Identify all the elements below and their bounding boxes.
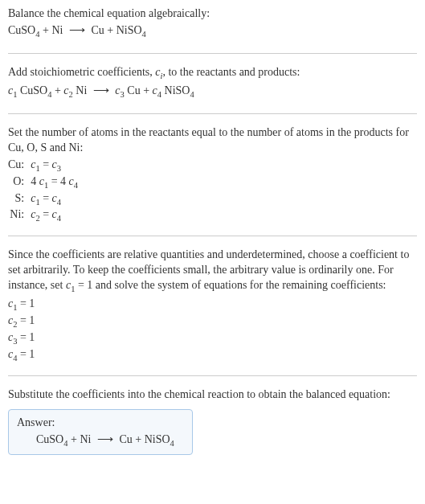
- atom-equations-table: Cu: c1 = c3 O: 4 c1 = 4 c4 S: c1 = c4 Ni…: [8, 158, 83, 225]
- unbalanced-equation: CuSO4 + Ni ⟶ Cu + NiSO4: [8, 23, 417, 40]
- substitute-instruction: Substitute the coefficients into the che…: [8, 387, 417, 403]
- add-coef-instruction: Add stoichiometric coefficients, ci, to …: [8, 65, 417, 82]
- arrow-icon: ⟶: [93, 84, 109, 99]
- reactant-1: CuSO4: [8, 24, 39, 36]
- table-row: S: c1 = c4: [8, 191, 83, 208]
- arrow-icon: ⟶: [69, 23, 85, 39]
- solve-instruction: Since the coefficients are relative quan…: [8, 248, 417, 295]
- section-problem: Balance the chemical equation algebraica…: [8, 6, 417, 54]
- table-row: O: 4 c1 = 4 c4: [8, 174, 83, 191]
- section-atom-balance: Set the number of atoms in the reactants…: [8, 125, 417, 237]
- problem-instruction: Balance the chemical equation algebraica…: [8, 6, 417, 22]
- arrow-icon: ⟶: [97, 432, 113, 446]
- answer-box: Answer: CuSO4 + Ni ⟶ Cu + NiSO4: [8, 409, 193, 455]
- product-1: Cu: [91, 24, 104, 36]
- section-answer: Substitute the coefficients into the che…: [8, 387, 417, 466]
- atom-balance-instruction: Set the number of atoms in the reactants…: [8, 125, 417, 156]
- answer-label: Answer:: [17, 416, 184, 429]
- product-2: NiSO4: [116, 24, 146, 36]
- reactant-2: Ni: [51, 24, 63, 36]
- coef-equation: c1 CuSO4 + c2 Ni ⟶ c3 Cu + c4 NiSO4: [8, 84, 417, 100]
- coef-value: c4 = 1: [8, 347, 417, 364]
- balanced-equation: CuSO4 + Ni ⟶ Cu + NiSO4: [17, 432, 184, 448]
- coef-value: c3 = 1: [8, 330, 417, 347]
- table-row: Ni: c2 = c4: [8, 207, 83, 224]
- section-solve: Since the coefficients are relative quan…: [8, 248, 417, 376]
- coef-value: c1 = 1: [8, 297, 417, 313]
- table-row: Cu: c1 = c3: [8, 158, 83, 174]
- coef-value: c2 = 1: [8, 313, 417, 330]
- section-add-coefficients: Add stoichiometric coefficients, ci, to …: [8, 65, 417, 114]
